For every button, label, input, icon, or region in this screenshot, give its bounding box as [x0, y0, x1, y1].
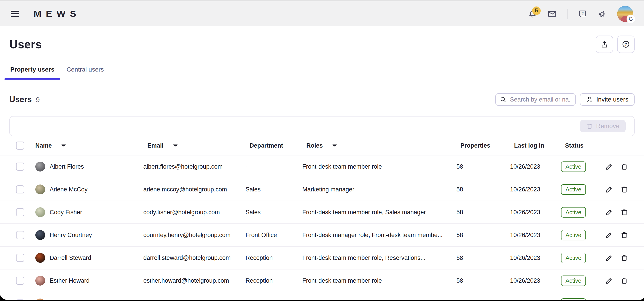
status-badge: Active	[561, 184, 586, 195]
user-last-login: 10/26/2023	[510, 163, 561, 170]
row-checkbox[interactable]	[16, 186, 24, 194]
export-button[interactable]	[596, 36, 613, 53]
menu-icon[interactable]	[11, 11, 19, 17]
user-department: Reception	[246, 277, 302, 284]
user-avatar[interactable]: G	[617, 6, 633, 22]
delete-trash-icon[interactable]	[620, 162, 628, 171]
user-name: Arlene McCoy	[50, 186, 88, 193]
mews-logo: MEWS	[34, 9, 81, 18]
announcements-megaphone-icon[interactable]	[598, 9, 607, 18]
messages-envelope-icon[interactable]	[548, 9, 557, 18]
column-header-last-log-in: Last log in	[510, 142, 561, 149]
user-properties-count: 58	[456, 254, 510, 262]
user-photo-avatar	[35, 162, 45, 172]
edit-pencil-icon[interactable]	[605, 186, 613, 194]
status-badge: Active	[561, 276, 586, 286]
user-photo-avatar	[35, 184, 45, 194]
user-department: Front Office	[246, 232, 302, 238]
table-row: Arlene McCoy arlene.mccoy@hotelgroup.com…	[0, 178, 644, 201]
invite-users-button[interactable]: Invite users	[580, 93, 634, 106]
delete-trash-icon[interactable]	[620, 186, 628, 194]
delete-trash-icon[interactable]	[620, 276, 628, 285]
row-checkbox[interactable]	[16, 276, 24, 285]
column-header-status: Status	[561, 142, 602, 149]
user-roles: Front-desk team member role, Reservation…	[302, 254, 456, 262]
row-checkbox[interactable]	[16, 300, 24, 300]
user-department: Sales	[246, 209, 302, 216]
tab-central-users[interactable]: Central users	[66, 66, 105, 79]
column-header-email: Email	[143, 142, 246, 149]
bulk-actions-toolbar: Remove	[10, 116, 634, 136]
help-chat-icon[interactable]: ?	[578, 9, 587, 18]
row-checkbox[interactable]	[16, 162, 24, 171]
user-last-login: 10/26/2023	[510, 232, 561, 238]
top-bar: MEWS 5 ?	[0, 0, 644, 26]
users-table: Name Email Department Roles Properties L…	[0, 136, 644, 300]
status-badge: Active	[561, 253, 586, 263]
user-email: albert.flores@hotelgroup.com	[143, 163, 246, 170]
edit-pencil-icon[interactable]	[605, 254, 613, 262]
user-name: Darrell Steward	[50, 254, 91, 262]
table-row: Guy Hawkins guy.hawkings@hotelgroup.com …	[0, 292, 644, 300]
notifications-bell-icon[interactable]: 5	[528, 9, 537, 18]
edit-pencil-icon[interactable]	[605, 162, 613, 171]
topbar-divider	[567, 9, 568, 19]
delete-trash-icon[interactable]	[620, 254, 628, 262]
user-email: darrell.steward@hotelgroup.com	[143, 254, 246, 262]
status-badge: Active	[561, 162, 586, 172]
remove-button[interactable]: Remove	[580, 120, 626, 132]
row-checkbox[interactable]	[16, 254, 24, 262]
edit-pencil-icon[interactable]	[605, 231, 613, 239]
filter-icon[interactable]	[332, 142, 338, 149]
column-header-department: Department	[246, 142, 302, 149]
delete-trash-icon[interactable]	[620, 231, 628, 239]
users-section-title: Users 9	[10, 95, 40, 104]
edit-pencil-icon[interactable]	[605, 276, 613, 285]
user-roles: Marketing manager	[302, 186, 456, 193]
trash-icon	[586, 123, 593, 130]
tab-bar: Property users Central users	[10, 66, 634, 80]
user-properties-count: 58	[456, 232, 510, 238]
user-last-login: 10/26/2023	[510, 186, 561, 193]
avatar-group-badge: G	[626, 15, 635, 23]
edit-pencil-icon[interactable]	[605, 208, 613, 216]
user-last-login: 10/26/2023	[510, 209, 561, 216]
table-row: Esther Howard esther.howard@hotelgroup.c…	[0, 270, 644, 292]
status-badge: Active	[561, 230, 586, 240]
user-photo-avatar	[35, 298, 45, 300]
app-window: MEWS 5 ?	[0, 0, 644, 300]
user-last-login: 10/26/2023	[510, 254, 561, 262]
table-row: Darrell Steward darrell.steward@hotelgro…	[0, 247, 644, 270]
user-email: arlene.mccoy@hotelgroup.com	[143, 186, 246, 193]
help-button[interactable]: ?	[617, 36, 634, 53]
user-email: cody.fisher@hotelgroup.com	[143, 209, 246, 216]
column-header-name: Name	[31, 142, 143, 149]
search-input[interactable]	[510, 96, 571, 103]
edit-pencil-icon[interactable]	[605, 300, 613, 300]
user-department: Reception	[246, 254, 302, 262]
user-email: courntey.henry@hotelgroup.com	[143, 232, 246, 238]
status-badge: Active	[561, 298, 586, 300]
user-photo-avatar	[35, 276, 45, 286]
delete-trash-icon[interactable]	[620, 300, 628, 300]
user-photo-avatar	[35, 253, 45, 263]
user-properties-count: 58	[456, 163, 510, 170]
user-roles: Front-desk manager role, Front-desk team…	[302, 232, 456, 238]
row-checkbox[interactable]	[16, 208, 24, 216]
user-roles: Front-desk team member role	[302, 277, 456, 284]
user-email: esther.howard@hotelgroup.com	[143, 277, 246, 284]
user-name: Henry Courtney	[50, 232, 92, 238]
table-header-row: Name Email Department Roles Properties L…	[0, 136, 644, 156]
tab-property-users[interactable]: Property users	[10, 66, 56, 79]
select-all-checkbox[interactable]	[16, 142, 24, 150]
svg-text:?: ?	[625, 42, 627, 46]
user-photo-avatar	[35, 207, 45, 217]
user-properties-count: 58	[456, 186, 510, 193]
row-checkbox[interactable]	[16, 231, 24, 239]
user-name: Cody Fisher	[50, 209, 82, 216]
search-icon	[500, 96, 506, 103]
user-name: Albert Flores	[50, 163, 84, 170]
delete-trash-icon[interactable]	[620, 208, 628, 216]
filter-icon[interactable]	[172, 142, 179, 149]
filter-icon[interactable]	[60, 142, 67, 149]
